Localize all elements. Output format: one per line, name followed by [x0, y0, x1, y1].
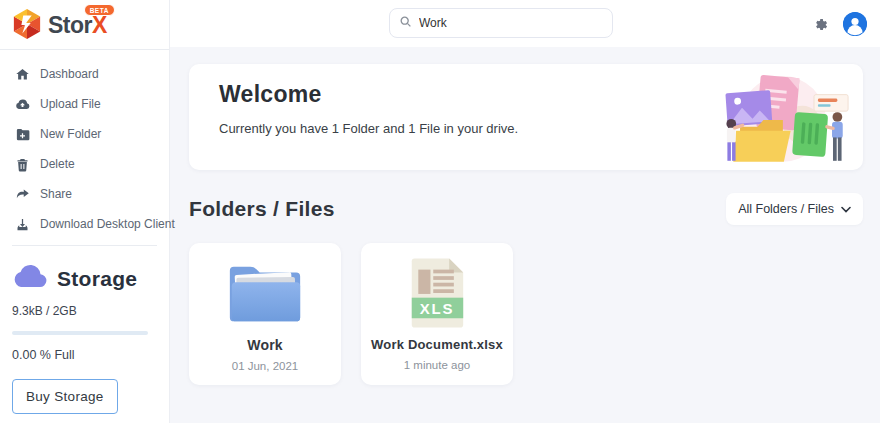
- xls-file-card[interactable]: XLS Work Document.xlsx 1 minute ago: [361, 243, 513, 385]
- sidebar-item-label: New Folder: [40, 127, 101, 141]
- sidebar-divider: [12, 245, 157, 246]
- home-icon: [14, 66, 30, 82]
- search-icon: [399, 14, 412, 32]
- sidebar-item-label: Delete: [40, 157, 75, 171]
- sidebar-item-download-desktop-client[interactable]: Download Desktop Client: [0, 209, 169, 239]
- buy-storage-button[interactable]: Buy Storage: [12, 379, 118, 414]
- sidebar-item-new-folder[interactable]: New Folder: [0, 119, 169, 149]
- sidebar-item-label: Download Desktop Client: [40, 217, 175, 231]
- item-date: 01 Jun, 2021: [189, 360, 341, 372]
- folder-plus-icon: [14, 126, 30, 142]
- topbar-actions: [810, 12, 880, 36]
- cloud-upload-icon: [14, 96, 30, 112]
- beta-badge: BETA: [84, 4, 115, 16]
- brand-logo[interactable]: StorXBETA: [0, 0, 169, 50]
- search-input[interactable]: [419, 16, 603, 30]
- xls-file-icon: XLS: [361, 254, 513, 332]
- sidebar-item-label: Dashboard: [40, 67, 99, 81]
- trash-icon: [14, 156, 30, 172]
- download-icon: [14, 216, 30, 232]
- user-avatar-icon[interactable]: [843, 12, 867, 36]
- chevron-down-icon: [841, 202, 851, 216]
- content-area: Welcome Currently you have 1 Folder and …: [170, 47, 880, 423]
- storage-percent-full: 0.00 % Full: [12, 348, 157, 362]
- brand-name-prefix: Stor: [48, 12, 92, 39]
- settings-gear-icon[interactable]: [810, 14, 830, 34]
- sidebar: StorXBETA Dashboard Upload File New: [0, 0, 170, 423]
- storage-progress-bar: [12, 331, 148, 335]
- folder-icon: [189, 254, 341, 332]
- sidebar-item-label: Share: [40, 187, 72, 201]
- storage-cloud-icon: [12, 264, 48, 293]
- item-name: Work Document.xlsx: [361, 337, 513, 352]
- files-grid: Work 01 Jun, 2021: [189, 243, 863, 385]
- files-section-header: Folders / Files All Folders / Files: [189, 193, 863, 225]
- storx-hexagon-icon: [12, 8, 42, 44]
- welcome-card: Welcome Currently you have 1 Folder and …: [189, 64, 863, 170]
- top-bar: [170, 0, 880, 47]
- share-icon: [14, 186, 30, 202]
- files-filter-label: All Folders / Files: [738, 202, 834, 216]
- welcome-illustration: [705, 67, 851, 170]
- sidebar-item-upload-file[interactable]: Upload File: [0, 89, 169, 119]
- storage-title: Storage: [57, 267, 137, 291]
- brand-name-suffix: XBETA: [92, 12, 107, 39]
- files-filter-dropdown[interactable]: All Folders / Files: [726, 193, 863, 225]
- sidebar-menu: Dashboard Upload File New Folder Delete: [0, 50, 169, 250]
- search-box[interactable]: [389, 8, 613, 38]
- folder-card[interactable]: Work 01 Jun, 2021: [189, 243, 341, 385]
- main-area: Welcome Currently you have 1 Folder and …: [170, 0, 880, 423]
- files-section-title: Folders / Files: [189, 197, 335, 221]
- item-name: Work: [189, 337, 341, 353]
- svg-text:XLS: XLS: [420, 300, 455, 317]
- app-window: StorXBETA Dashboard Upload File New: [0, 0, 880, 423]
- sidebar-item-dashboard[interactable]: Dashboard: [0, 59, 169, 89]
- sidebar-item-delete[interactable]: Delete: [0, 149, 169, 179]
- item-timestamp: 1 minute ago: [361, 359, 513, 371]
- sidebar-item-share[interactable]: Share: [0, 179, 169, 209]
- storage-usage: 9.3kB / 2GB: [12, 304, 157, 318]
- brand-name: StorXBETA: [48, 12, 107, 39]
- sidebar-item-label: Upload File: [40, 97, 101, 111]
- storage-panel: Storage 9.3kB / 2GB 0.00 % Full Buy Stor…: [0, 250, 169, 414]
